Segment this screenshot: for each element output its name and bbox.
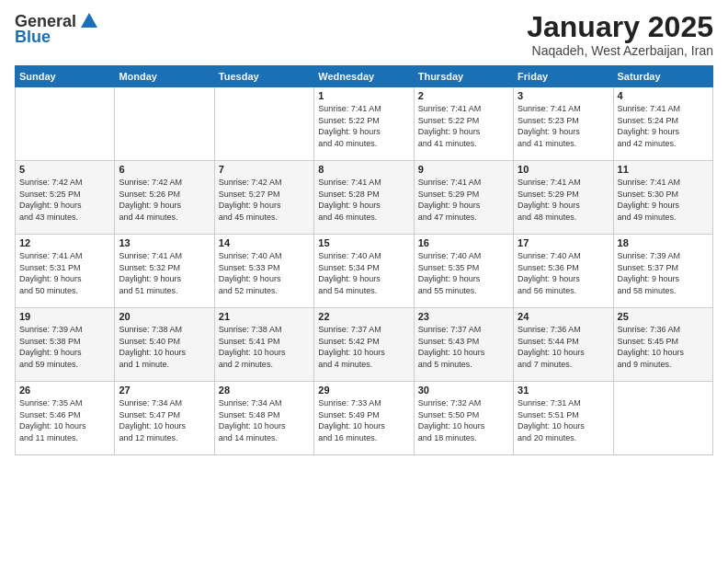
calendar-cell [115, 87, 214, 161]
calendar-cell: 20Sunrise: 7:38 AM Sunset: 5:40 PM Dayli… [115, 308, 214, 382]
header: General Blue January 2025 Naqadeh, West … [15, 11, 713, 58]
calendar-cell: 27Sunrise: 7:34 AM Sunset: 5:47 PM Dayli… [115, 382, 214, 455]
calendar-cell: 24Sunrise: 7:36 AM Sunset: 5:44 PM Dayli… [514, 308, 613, 382]
calendar-cell: 25Sunrise: 7:36 AM Sunset: 5:45 PM Dayli… [613, 308, 712, 382]
calendar-cell: 21Sunrise: 7:38 AM Sunset: 5:41 PM Dayli… [214, 308, 313, 382]
cell-content: Sunrise: 7:42 AM Sunset: 5:27 PM Dayligh… [219, 177, 310, 223]
header-monday: Monday [115, 66, 214, 87]
header-friday: Friday [514, 66, 613, 87]
cell-content: Sunrise: 7:41 AM Sunset: 5:29 PM Dayligh… [418, 177, 509, 223]
cell-content: Sunrise: 7:41 AM Sunset: 5:22 PM Dayligh… [318, 103, 409, 149]
calendar-cell: 26Sunrise: 7:35 AM Sunset: 5:46 PM Dayli… [16, 382, 115, 455]
cell-content: Sunrise: 7:42 AM Sunset: 5:25 PM Dayligh… [19, 177, 110, 223]
calendar-cell [16, 87, 115, 161]
cell-content: Sunrise: 7:35 AM Sunset: 5:46 PM Dayligh… [19, 397, 110, 443]
calendar-cell: 22Sunrise: 7:37 AM Sunset: 5:42 PM Dayli… [314, 308, 414, 382]
header-thursday: Thursday [414, 66, 513, 87]
calendar-cell [214, 87, 313, 161]
header-tuesday: Tuesday [214, 66, 313, 87]
cell-content: Sunrise: 7:41 AM Sunset: 5:22 PM Dayligh… [418, 103, 509, 149]
calendar-cell: 16Sunrise: 7:40 AM Sunset: 5:35 PM Dayli… [414, 235, 513, 308]
cell-content: Sunrise: 7:33 AM Sunset: 5:49 PM Dayligh… [318, 397, 409, 443]
day-number: 23 [418, 311, 509, 322]
cell-content: Sunrise: 7:41 AM Sunset: 5:30 PM Dayligh… [618, 177, 709, 223]
calendar-week-row-2: 12Sunrise: 7:41 AM Sunset: 5:31 PM Dayli… [16, 235, 713, 308]
cell-content: Sunrise: 7:32 AM Sunset: 5:50 PM Dayligh… [418, 397, 509, 443]
calendar-cell: 8Sunrise: 7:41 AM Sunset: 5:28 PM Daylig… [314, 161, 414, 235]
calendar-cell: 14Sunrise: 7:40 AM Sunset: 5:33 PM Dayli… [214, 235, 313, 308]
day-number: 1 [318, 90, 409, 101]
day-number: 19 [19, 311, 110, 322]
cell-content: Sunrise: 7:41 AM Sunset: 5:23 PM Dayligh… [518, 103, 609, 149]
cell-content: Sunrise: 7:38 AM Sunset: 5:40 PM Dayligh… [119, 324, 210, 370]
cell-content: Sunrise: 7:39 AM Sunset: 5:38 PM Dayligh… [19, 324, 110, 370]
day-number: 14 [219, 237, 310, 248]
calendar-cell [613, 382, 712, 455]
day-number: 18 [618, 237, 709, 248]
calendar-cell: 11Sunrise: 7:41 AM Sunset: 5:30 PM Dayli… [613, 161, 712, 235]
cell-content: Sunrise: 7:42 AM Sunset: 5:26 PM Dayligh… [119, 177, 210, 223]
calendar-week-row-0: 1Sunrise: 7:41 AM Sunset: 5:22 PM Daylig… [16, 87, 713, 161]
day-number: 5 [19, 164, 110, 175]
logo: General Blue [15, 11, 99, 47]
calendar-cell: 17Sunrise: 7:40 AM Sunset: 5:36 PM Dayli… [514, 235, 613, 308]
logo-icon [79, 11, 99, 31]
cell-content: Sunrise: 7:41 AM Sunset: 5:31 PM Dayligh… [19, 250, 110, 296]
day-number: 31 [518, 385, 609, 396]
day-number: 20 [119, 311, 210, 322]
calendar-cell: 13Sunrise: 7:41 AM Sunset: 5:32 PM Dayli… [115, 235, 214, 308]
calendar-cell: 2Sunrise: 7:41 AM Sunset: 5:22 PM Daylig… [414, 87, 513, 161]
day-number: 28 [219, 385, 310, 396]
calendar-header-row: Sunday Monday Tuesday Wednesday Thursday… [16, 66, 713, 87]
header-sunday: Sunday [16, 66, 115, 87]
day-number: 24 [518, 311, 609, 322]
calendar-week-row-1: 5Sunrise: 7:42 AM Sunset: 5:25 PM Daylig… [16, 161, 713, 235]
calendar-cell: 29Sunrise: 7:33 AM Sunset: 5:49 PM Dayli… [314, 382, 414, 455]
calendar-cell: 18Sunrise: 7:39 AM Sunset: 5:37 PM Dayli… [613, 235, 712, 308]
calendar-week-row-3: 19Sunrise: 7:39 AM Sunset: 5:38 PM Dayli… [16, 308, 713, 382]
cell-content: Sunrise: 7:36 AM Sunset: 5:45 PM Dayligh… [618, 324, 709, 370]
header-saturday: Saturday [613, 66, 712, 87]
day-number: 21 [219, 311, 310, 322]
day-number: 12 [19, 237, 110, 248]
day-number: 8 [318, 164, 409, 175]
calendar-cell: 30Sunrise: 7:32 AM Sunset: 5:50 PM Dayli… [414, 382, 513, 455]
cell-content: Sunrise: 7:36 AM Sunset: 5:44 PM Dayligh… [518, 324, 609, 370]
calendar-cell: 12Sunrise: 7:41 AM Sunset: 5:31 PM Dayli… [16, 235, 115, 308]
calendar-cell: 1Sunrise: 7:41 AM Sunset: 5:22 PM Daylig… [314, 87, 414, 161]
cell-content: Sunrise: 7:40 AM Sunset: 5:36 PM Dayligh… [518, 250, 609, 296]
cell-content: Sunrise: 7:41 AM Sunset: 5:32 PM Dayligh… [119, 250, 210, 296]
cell-content: Sunrise: 7:41 AM Sunset: 5:28 PM Dayligh… [318, 177, 409, 223]
day-number: 17 [518, 237, 609, 248]
day-number: 9 [418, 164, 509, 175]
logo-blue: Blue [15, 28, 51, 47]
day-number: 15 [318, 237, 409, 248]
day-number: 4 [618, 90, 709, 101]
cell-content: Sunrise: 7:38 AM Sunset: 5:41 PM Dayligh… [219, 324, 310, 370]
header-wednesday: Wednesday [314, 66, 414, 87]
location-subtitle: Naqadeh, West Azerbaijan, Iran [527, 43, 713, 58]
day-number: 22 [318, 311, 409, 322]
day-number: 29 [318, 385, 409, 396]
cell-content: Sunrise: 7:41 AM Sunset: 5:29 PM Dayligh… [518, 177, 609, 223]
cell-content: Sunrise: 7:39 AM Sunset: 5:37 PM Dayligh… [618, 250, 709, 296]
day-number: 13 [119, 237, 210, 248]
calendar-cell: 23Sunrise: 7:37 AM Sunset: 5:43 PM Dayli… [414, 308, 513, 382]
day-number: 26 [19, 385, 110, 396]
calendar-cell: 28Sunrise: 7:34 AM Sunset: 5:48 PM Dayli… [214, 382, 313, 455]
cell-content: Sunrise: 7:40 AM Sunset: 5:35 PM Dayligh… [418, 250, 509, 296]
calendar-cell: 4Sunrise: 7:41 AM Sunset: 5:24 PM Daylig… [613, 87, 712, 161]
calendar-cell: 7Sunrise: 7:42 AM Sunset: 5:27 PM Daylig… [214, 161, 313, 235]
page: General Blue January 2025 Naqadeh, West … [0, 0, 728, 563]
svg-marker-0 [81, 13, 97, 28]
day-number: 10 [518, 164, 609, 175]
title-block: January 2025 Naqadeh, West Azerbaijan, I… [527, 11, 713, 58]
cell-content: Sunrise: 7:37 AM Sunset: 5:42 PM Dayligh… [318, 324, 409, 370]
calendar-cell: 3Sunrise: 7:41 AM Sunset: 5:23 PM Daylig… [514, 87, 613, 161]
calendar-cell: 9Sunrise: 7:41 AM Sunset: 5:29 PM Daylig… [414, 161, 513, 235]
cell-content: Sunrise: 7:40 AM Sunset: 5:33 PM Dayligh… [219, 250, 310, 296]
calendar-cell: 15Sunrise: 7:40 AM Sunset: 5:34 PM Dayli… [314, 235, 414, 308]
day-number: 3 [518, 90, 609, 101]
calendar-cell: 5Sunrise: 7:42 AM Sunset: 5:25 PM Daylig… [16, 161, 115, 235]
day-number: 7 [219, 164, 310, 175]
